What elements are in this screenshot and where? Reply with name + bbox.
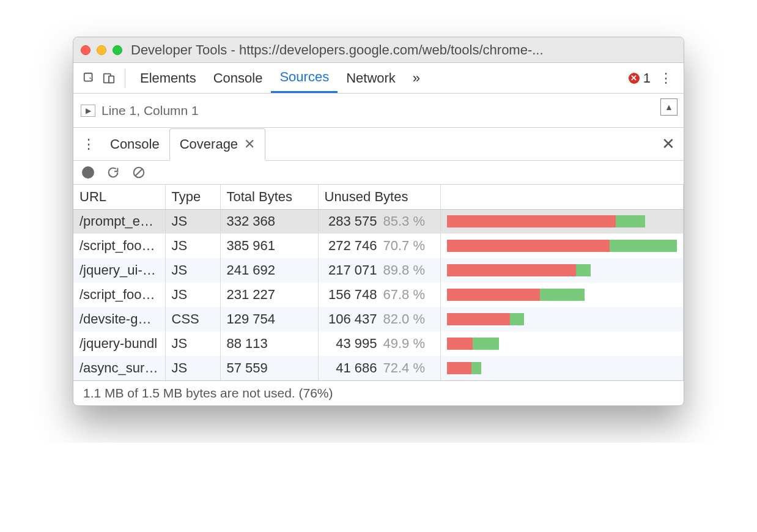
cell-type: JS	[165, 209, 220, 234]
cell-type: JS	[165, 283, 220, 307]
tab-label: Network	[346, 70, 396, 86]
cell-unused-bytes: 43 99549.9 %	[318, 331, 440, 356]
cell-type: JS	[165, 234, 220, 258]
drawer-menu-icon[interactable]: ⋮	[77, 136, 100, 152]
clear-icon[interactable]	[132, 166, 146, 179]
device-toggle-icon[interactable]	[99, 68, 119, 88]
traffic-lights	[81, 45, 122, 55]
usage-bar	[447, 289, 585, 301]
window-title: Developer Tools - https://developers.goo…	[131, 42, 676, 58]
error-badge[interactable]: ✕ 1	[629, 70, 651, 86]
col-header-unused[interactable]: Unused Bytes	[318, 185, 440, 209]
cell-unused-bytes: 106 43782.0 %	[318, 307, 440, 331]
cell-type: JS	[165, 258, 220, 283]
tab-label: Console	[213, 70, 263, 86]
cell-unused-bytes: 272 74670.7 %	[318, 234, 440, 258]
tab-network[interactable]: Network	[338, 63, 404, 93]
tab-console[interactable]: Console	[205, 63, 271, 93]
cell-url: /devsite-goog	[73, 307, 165, 331]
usage-bar	[447, 215, 645, 227]
cell-url: /async_survey	[73, 356, 165, 380]
table-row[interactable]: /script_foot.jsJS231 227156 74867.8 %	[73, 283, 684, 307]
cell-total-bytes: 385 961	[220, 234, 318, 258]
cell-url: /jquery_ui-bun	[73, 258, 165, 283]
titlebar: Developer Tools - https://developers.goo…	[73, 37, 684, 63]
drawer-tab-coverage[interactable]: Coverage ✕	[169, 128, 265, 161]
zoom-window-button[interactable]	[113, 45, 122, 55]
table-header-row: URL Type Total Bytes Unused Bytes	[73, 185, 684, 209]
separator	[125, 68, 125, 88]
col-header-bar[interactable]	[440, 185, 684, 209]
expand-drawer-icon[interactable]: ▲	[660, 98, 678, 116]
table-row[interactable]: /async_surveyJS57 55941 68672.4 %	[73, 356, 684, 380]
tabs-overflow[interactable]: »	[404, 63, 429, 93]
status-text: 1.1 MB of 1.5 MB bytes are not used. (76…	[83, 386, 333, 400]
cell-type: JS	[165, 356, 220, 380]
drawer-tabs: ⋮ Console Coverage ✕ ✕	[73, 128, 684, 161]
table-row[interactable]: /script_foot_cJS385 961272 74670.7 %	[73, 234, 684, 258]
cell-type: CSS	[165, 307, 220, 331]
cell-unused-bytes: 41 68672.4 %	[318, 356, 440, 380]
table-row[interactable]: /jquery-bundlJS88 11343 99549.9 %	[73, 331, 684, 356]
cell-usage-bar	[440, 331, 684, 356]
cell-url: /prompt_emb	[73, 209, 165, 234]
drawer-tab-label: Coverage	[180, 136, 238, 152]
status-bar: 1.1 MB of 1.5 MB bytes are not used. (76…	[73, 380, 684, 405]
error-icon: ✕	[629, 73, 640, 84]
cursor-position: Line 1, Column 1	[102, 103, 199, 118]
cell-unused-bytes: 156 74867.8 %	[318, 283, 440, 307]
cell-total-bytes: 88 113	[220, 331, 318, 356]
cell-usage-bar	[440, 258, 684, 283]
editor-stub: ▶ Line 1, Column 1 ▲	[73, 94, 684, 128]
cell-url: /jquery-bundl	[73, 331, 165, 356]
minimize-window-button[interactable]	[97, 45, 106, 55]
usage-bar	[447, 338, 500, 350]
usage-bar	[447, 313, 525, 325]
col-header-total[interactable]: Total Bytes	[220, 185, 318, 209]
cell-url: /script_foot.js	[73, 283, 165, 307]
close-window-button[interactable]	[81, 45, 90, 55]
cell-usage-bar	[440, 356, 684, 380]
record-button[interactable]	[82, 166, 94, 179]
col-header-url[interactable]: URL	[73, 185, 165, 209]
svg-line-4	[136, 169, 142, 176]
cell-unused-bytes: 217 07189.8 %	[318, 258, 440, 283]
reload-icon[interactable]	[106, 166, 120, 179]
cell-total-bytes: 231 227	[220, 283, 318, 307]
usage-bar	[447, 240, 678, 252]
error-count: 1	[643, 70, 651, 86]
cell-usage-bar	[440, 283, 684, 307]
table-row[interactable]: /prompt_embJS332 368283 57585.3 %	[73, 209, 684, 234]
play-icon[interactable]: ▶	[81, 105, 95, 117]
cell-total-bytes: 57 559	[220, 356, 318, 380]
drawer-tab-label: Console	[110, 136, 160, 152]
cell-usage-bar	[440, 307, 684, 331]
svg-rect-0	[84, 73, 92, 81]
tab-sources[interactable]: Sources	[271, 63, 338, 93]
cell-unused-bytes: 283 57585.3 %	[318, 209, 440, 234]
usage-bar	[447, 362, 481, 374]
cell-url: /script_foot_c	[73, 234, 165, 258]
cell-total-bytes: 129 754	[220, 307, 318, 331]
chevron-double-right-icon: »	[413, 70, 420, 86]
tab-elements[interactable]: Elements	[131, 63, 205, 93]
table-row[interactable]: /devsite-googCSS129 754106 43782.0 %	[73, 307, 684, 331]
inspect-icon[interactable]	[79, 68, 99, 88]
cell-usage-bar	[440, 209, 684, 234]
cell-type: JS	[165, 331, 220, 356]
close-drawer-icon[interactable]: ✕	[653, 135, 684, 153]
drawer-tab-console[interactable]: Console	[100, 128, 169, 160]
table-row[interactable]: /jquery_ui-bunJS241 692217 07189.8 %	[73, 258, 684, 283]
col-header-type[interactable]: Type	[165, 185, 220, 209]
cell-total-bytes: 332 368	[220, 209, 318, 234]
usage-bar	[447, 264, 591, 276]
close-icon[interactable]: ✕	[244, 136, 255, 152]
coverage-table: URL Type Total Bytes Unused Bytes /promp…	[73, 185, 684, 380]
main-tabs: Elements Console Sources Network » ✕ 1 ⋮	[73, 63, 684, 94]
cell-usage-bar	[440, 234, 684, 258]
kebab-menu-icon[interactable]: ⋮	[654, 70, 678, 86]
coverage-toolbar	[73, 161, 684, 185]
cell-total-bytes: 241 692	[220, 258, 318, 283]
tab-label: Sources	[279, 69, 329, 85]
svg-rect-2	[109, 76, 114, 83]
